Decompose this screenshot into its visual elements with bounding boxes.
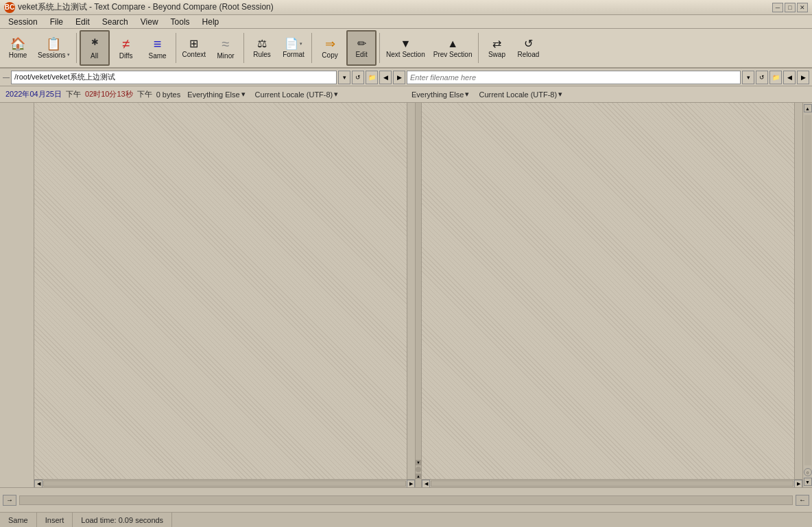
right-panel-hatched [422,103,794,479]
all-button[interactable]: ＊ All [80,30,110,66]
filepath-right-input[interactable] [407,71,741,84]
rules-button[interactable]: ⚖ Rules [247,30,277,66]
filepath-left-dropdown[interactable]: ▾ [338,71,350,84]
minor-button[interactable]: ≈ Minor [211,30,241,66]
context-label: Context [182,51,206,58]
swap-icon: ⇄ [492,38,501,49]
left-scrollbar-v[interactable] [407,103,415,479]
window-controls[interactable]: ─ □ ✕ [772,3,808,12]
context-button[interactable]: ⊞ Context [179,30,209,66]
filepath-left-nav-next[interactable]: ▶ [393,71,405,84]
menu-view[interactable]: View [135,16,164,28]
sessions-label: Sessions [38,51,66,59]
next-section-button[interactable]: ▼ Next Section [383,30,429,66]
format-button[interactable]: 📄 ▾ Format [278,30,309,66]
same-button[interactable]: ≡ Same [143,30,173,66]
overview-scrollbar[interactable]: ▲ ○ ▼ [802,103,812,487]
menu-edit[interactable]: Edit [70,16,95,28]
toolbar-sep-4 [311,33,312,63]
all-icon: ＊ [88,37,102,51]
filepath-left-refresh[interactable]: ↺ [352,71,364,84]
toolbar-sep-3 [243,33,244,63]
left-locale-dropdown[interactable]: Current Locale (UTF-8) ▾ [252,89,342,99]
line-numbers-gutter [0,103,34,487]
right-locale-dropdown[interactable]: Current Locale (UTF-8) ▾ [476,89,565,99]
menu-session[interactable]: Session [3,16,43,28]
next-section-icon: ▼ [400,38,411,49]
menu-file[interactable]: File [45,16,69,28]
sessions-button[interactable]: 📋 Sessions ▾ [34,30,73,66]
diffs-label: Diffs [119,52,133,60]
title-bar: BC veket系统上边测试 - Text Compare - Beyond C… [0,0,812,15]
window-title: veket系统上边测试 - Text Compare - Beyond Comp… [18,1,274,13]
sync-bar: → ← [0,487,812,512]
right-scroll-left[interactable]: ◀ [422,480,430,487]
right-panel-content[interactable] [422,103,794,479]
sync-down-icon[interactable]: ▼ [416,460,421,465]
overview-scroll-circle[interactable]: ○ [804,468,812,476]
left-panel-content[interactable] [34,103,407,479]
filepath-left-nav-prev[interactable]: ◀ [379,71,392,84]
left-encoding-dropdown[interactable]: Everything Else ▾ [184,89,248,99]
minimize-button[interactable]: ─ [772,3,783,12]
status-bar: Same Insert Load time: 0.09 seconds [0,512,812,527]
home-button[interactable]: 🏠 Home [3,30,33,66]
same-icon: ≡ [154,37,162,51]
overview-scroll-down[interactable]: ▼ [804,478,812,486]
minor-label: Minor [217,52,235,60]
menu-bar: Session File Edit Search View Tools Help [0,15,812,29]
left-scrollbar-h-container: ◀ ▶ [34,479,415,487]
sync-circle-icon[interactable] [416,467,421,472]
left-scroll-right[interactable]: ▶ [407,480,415,487]
format-icon: 📄 [285,38,298,49]
edit-label: Edit [355,51,367,58]
diffs-button[interactable]: ≠ Diffs [111,30,141,66]
maximize-button[interactable]: □ [785,3,796,12]
left-locale-arrow: ▾ [334,90,338,99]
filepath-right-folder[interactable]: 📁 [769,71,782,84]
prev-section-button[interactable]: ▲ Prev Section [430,30,476,66]
edit-button[interactable]: ✏ Edit [346,30,377,66]
menu-help[interactable]: Help [197,16,225,28]
copy-button[interactable]: ⇒ Copy [315,30,345,66]
right-scrollbar-h-track[interactable] [431,480,793,487]
overview-scroll-up[interactable]: ▲ [804,104,812,112]
sync-left-arrow[interactable]: ← [796,495,809,506]
info-bar-right: Everything Else ▾ Current Locale (UTF-8)… [409,89,807,99]
same-label: Same [149,52,167,60]
right-scroll-right[interactable]: ▶ [794,480,802,487]
swap-label: Swap [488,51,505,58]
right-locale-arrow: ▾ [558,90,562,99]
right-panel-content-area [422,103,802,479]
right-scrollbar-v[interactable] [794,103,802,479]
filepath-left-folder[interactable]: 📁 [366,71,378,84]
edit-icon: ✏ [357,38,366,49]
sync-right-arrow[interactable]: → [3,495,16,506]
compare-panels: ◀ ▶ ▼ ▲ [34,103,812,487]
home-label: Home [9,51,27,59]
status-loadtime: Load time: 0.09 seconds [73,513,172,527]
reload-label: Reload [518,51,540,58]
right-encoding-dropdown[interactable]: Everything Else ▾ [409,89,472,99]
menu-tools[interactable]: Tools [165,16,195,28]
info-bar: 2022年04月25日 下午 02时10分13秒 下午 0 bytes Ever… [0,86,812,103]
toolbar-sep-1 [76,33,77,63]
reload-button[interactable]: ↺ Reload [513,30,543,66]
menu-search[interactable]: Search [97,16,134,28]
swap-button[interactable]: ⇄ Swap [481,30,512,66]
filepath-left-input[interactable] [11,71,337,84]
filepath-right-refresh[interactable]: ↺ [756,71,768,84]
copy-icon: ⇒ [325,38,335,50]
filepath-right-nav-prev[interactable]: ◀ [783,71,796,84]
file-time: 02时10分13秒 [85,89,133,99]
format-arrow-icon: ▾ [300,41,302,47]
file-date: 2022年04月25日 [5,89,62,99]
left-scroll-left[interactable]: ◀ [34,480,43,487]
sessions-icon: 📋 [46,38,61,50]
sync-up-icon[interactable]: ▲ [416,474,421,479]
close-button[interactable]: ✕ [797,3,808,12]
left-panel-content-area [34,103,415,479]
filepath-right-dropdown[interactable]: ▾ [742,71,754,84]
left-scrollbar-h-track[interactable] [43,480,406,487]
filepath-right-nav-next[interactable]: ▶ [797,71,809,84]
